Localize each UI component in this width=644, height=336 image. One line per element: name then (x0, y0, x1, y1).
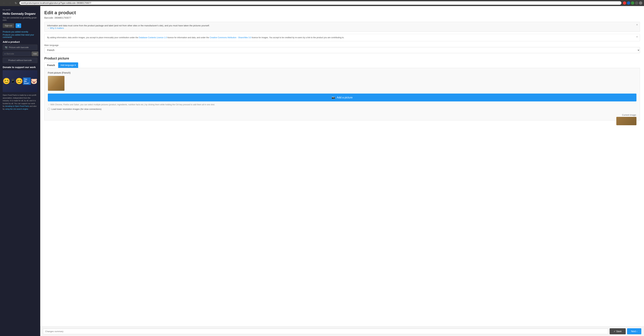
browser-chrome: ← → ↻ (0, 0, 644, 6)
product-picture-title: Product picture (44, 56, 640, 60)
donate-text: Open Food Facts is made by a non-profit … (3, 94, 38, 110)
info-box-text: Information and data must come from the … (47, 24, 210, 27)
tab-bar: French Add language ▾ (44, 62, 640, 68)
current-image-thumb (616, 117, 636, 125)
url-bar[interactable] (19, 1, 622, 5)
page-title: Edit a product (44, 10, 640, 15)
info-box-close[interactable]: × (636, 23, 638, 26)
product-thumb-image (48, 76, 64, 91)
products-comments-link[interactable]: Products you added that need your commen… (3, 34, 38, 38)
add-picture-label: Add a picture (337, 96, 352, 99)
current-image-section: Current image: (48, 114, 636, 116)
license-text-before: By adding information, data and/or image… (47, 36, 139, 39)
sidebar-intro: the world. (3, 9, 38, 11)
footer-bar: ✓ Save Next › (40, 327, 644, 336)
picture-btn-label: Picture with barcode (9, 46, 29, 49)
info-box: Information and data must come from the … (44, 22, 640, 32)
lower-res-label: Load lower resolution images (for slow c… (51, 108, 102, 110)
donate-link2[interactable]: using the Lilo search engine (5, 108, 28, 110)
sign-out-button[interactable]: Sign-out (3, 23, 14, 28)
no-barcode-button[interactable]: Product without barcode (3, 57, 38, 63)
lower-res-row: Load lower resolution images (for slow c… (48, 108, 636, 110)
language-select[interactable]: French English German Spanish (44, 47, 640, 53)
main-content: Edit a product Barcode: 3908801793077 In… (40, 6, 644, 336)
browser-ext-icon4 (635, 1, 638, 5)
add-picture-button[interactable]: 📷 Add a picture (48, 94, 636, 101)
tab-add-language[interactable]: Add language ▾ (58, 62, 78, 68)
camera-icon: 📷 (5, 46, 8, 49)
browser-icon-bar (623, 1, 642, 5)
front-picture-label: Front picture (French) (48, 71, 636, 74)
emoji-person2: 😊 (16, 78, 23, 85)
donate-illustration: 😊 📱 😊 Yes WeScan! 🐷 (3, 70, 38, 92)
barcode-add-button[interactable]: Add (32, 51, 38, 56)
phone-icon: 📱 (10, 79, 15, 83)
add-product-title: Add a product (3, 40, 38, 43)
back-button[interactable]: ← (2, 1, 6, 5)
auth-buttons: Sign-out ⚙ (3, 23, 38, 28)
creative-commons-link[interactable]: Creative Commons Attribution - ShareAlik… (210, 36, 251, 39)
yes-we-scan-badge: Yes WeScan! (23, 77, 31, 85)
database-licence-link[interactable]: Database Contents Licence 1.0 (139, 36, 167, 39)
browser-ext-icon3 (631, 1, 634, 5)
product-thumbnail (48, 76, 64, 91)
add-picture-camera-icon: 📷 (332, 96, 335, 99)
changes-summary-input[interactable] (43, 329, 608, 334)
settings-button[interactable]: ⚙ (16, 23, 21, 28)
save-button[interactable]: ✓ Save (610, 328, 626, 334)
main-language-label: Main language (44, 44, 640, 46)
tab-french[interactable]: French (44, 62, 58, 68)
emoji-person1: 😊 (3, 78, 10, 85)
user-title: Hello Gennady Dogaev (3, 12, 38, 15)
forward-button[interactable]: → (8, 1, 12, 5)
license-box: By adding information, data and/or image… (44, 34, 640, 41)
lower-res-checkbox[interactable] (48, 108, 50, 110)
sidebar: the world. Hello Gennady Dogaev You are … (0, 6, 40, 336)
products-added-link[interactable]: Products you added recently (3, 31, 38, 33)
chrome-tip: → With Chrome, Firefox and Safari, you c… (48, 103, 636, 106)
donate-title: Donate to support our work (3, 66, 38, 69)
picture-with-barcode-button[interactable]: 📷 Picture with barcode (3, 45, 38, 50)
piggy-icon: 🐷 (31, 78, 38, 84)
license-text-middle1: licence for information and data, and un… (168, 36, 210, 39)
reload-button[interactable]: ↻ (14, 1, 18, 5)
next-button[interactable]: Next › (627, 328, 641, 334)
browser-ext-icon (623, 1, 626, 5)
why-it-matters-link[interactable]: → Why it matters (47, 27, 64, 29)
donate-link1[interactable]: donating to Open Food Facts (5, 105, 29, 107)
license-text-middle2: licence for images. You accept to be cre… (252, 36, 344, 39)
barcode-input-row: Add (3, 51, 38, 56)
user-info: You are connected as gendelfig-gmail-com… (3, 16, 38, 21)
barcode-info: Barcode: 3908801793077 (44, 16, 640, 19)
current-image-label: Current image: (48, 114, 636, 116)
license-box-close[interactable]: × (636, 35, 638, 38)
barcode-input[interactable] (3, 51, 31, 56)
browser-ext-icon5 (639, 1, 642, 5)
tab-content: Front picture (French) 📷 Add a picture →… (44, 68, 640, 120)
browser-ext-icon2 (627, 1, 630, 5)
